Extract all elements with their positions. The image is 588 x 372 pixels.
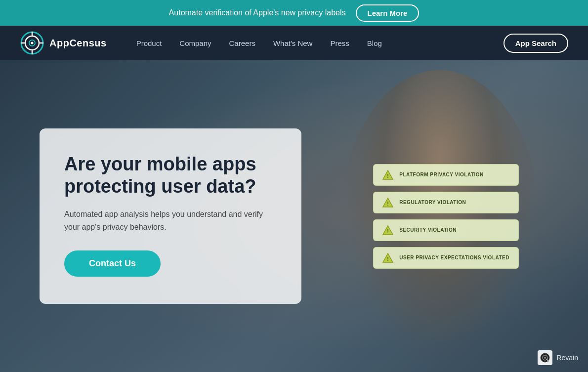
nav-product[interactable]: Product [136, 39, 162, 47]
svg-text:!: ! [387, 228, 389, 234]
svg-point-3 [31, 42, 34, 44]
navbar: AppCensus Product Company Careers What's… [0, 26, 588, 60]
warning-icon-security: ! [382, 225, 393, 236]
nav-press[interactable]: Press [330, 39, 349, 47]
warning-icon-user-privacy: ! [382, 252, 393, 263]
top-banner: Automate verification of Apple's new pri… [0, 0, 588, 26]
nav-links: Product Company Careers What's New Press… [136, 39, 504, 47]
violation-text-platform: PLATFORM PRIVACY VIOLATION [399, 171, 484, 178]
svg-text:!: ! [387, 256, 389, 262]
revain-label: Revain [556, 354, 578, 362]
hero-subtext: Automated app analysis helps you underst… [64, 208, 277, 233]
hero-heading: Are your mobile apps protecting user dat… [64, 153, 277, 198]
nav-blog[interactable]: Blog [367, 39, 382, 47]
violation-text-security: SECURITY VIOLATION [399, 227, 457, 233]
hero-content: Are your mobile apps protecting user dat… [0, 60, 588, 372]
violation-badge-regulatory: ! REGULATORY VIOLATION [373, 192, 519, 213]
learn-more-button[interactable]: Learn More [356, 4, 420, 22]
app-search-button[interactable]: App Search [504, 34, 568, 53]
nav-careers[interactable]: Careers [229, 39, 255, 47]
violation-text-regulatory: REGULATORY VIOLATION [399, 199, 466, 206]
logo[interactable]: AppCensus [20, 31, 107, 55]
warning-icon-regulatory: ! [382, 197, 393, 208]
nav-whats-new[interactable]: What's New [273, 39, 313, 47]
hero-section: Are your mobile apps protecting user dat… [0, 60, 588, 372]
contact-us-button[interactable]: Contact Us [64, 250, 161, 277]
svg-point-18 [544, 357, 546, 359]
revain-watermark: Revain [538, 350, 578, 365]
banner-text: Automate verification of Apple's new pri… [169, 8, 346, 17]
violation-text-user-privacy: USER PRIVACY EXPECTATIONS VIOLATED [399, 254, 509, 261]
hero-card: Are your mobile apps protecting user dat… [40, 128, 301, 304]
violation-badge-security: ! SECURITY VIOLATION [373, 219, 519, 241]
violations-panel: ! PLATFORM PRIVACY VIOLATION ! REGULATOR… [373, 164, 519, 269]
violation-badge-platform: ! PLATFORM PRIVACY VIOLATION [373, 164, 519, 186]
warning-icon-platform: ! [382, 169, 393, 180]
revain-icon [538, 350, 552, 365]
svg-text:!: ! [387, 201, 389, 207]
logo-text: AppCensus [49, 38, 107, 49]
logo-icon [20, 31, 44, 55]
nav-company[interactable]: Company [179, 39, 211, 47]
svg-text:!: ! [387, 173, 389, 179]
violation-badge-user-privacy: ! USER PRIVACY EXPECTATIONS VIOLATED [373, 247, 519, 269]
